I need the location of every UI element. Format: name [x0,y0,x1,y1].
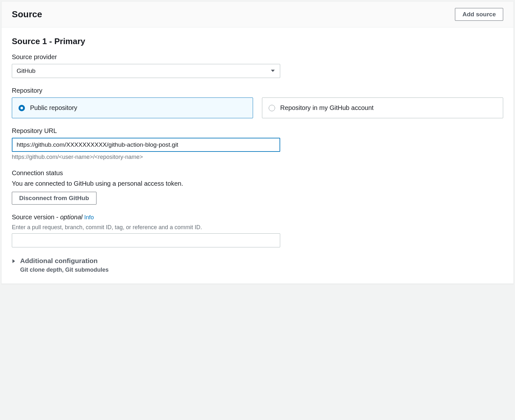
add-source-button[interactable]: Add source [455,8,503,21]
source-version-label: Source version - optional Info [12,214,503,221]
repository-url-group: Repository URL https://github.com/<user-… [12,127,503,160]
repository-group: Repository Public repository Repository … [12,87,503,118]
radio-unselected-icon [269,105,275,111]
source-version-input[interactable] [12,233,280,247]
source-provider-label: Source provider [12,53,503,61]
radio-selected-icon [19,105,25,111]
additional-configuration-text: Additional configuration Git clone depth… [20,257,109,273]
radio-public-repository[interactable]: Public repository [12,97,253,118]
panel-body: Source 1 - Primary Source provider GitHu… [2,27,513,284]
source-provider-group: Source provider GitHub [12,53,503,78]
source-version-group: Source version - optional Info Enter a p… [12,214,503,247]
radio-account-repository[interactable]: Repository in my GitHub account [262,97,503,118]
info-link[interactable]: Info [84,214,94,221]
panel-header: Source Add source [2,2,513,27]
source-panel: Source Add source Source 1 - Primary Sou… [1,1,514,284]
source-provider-select[interactable]: GitHub [12,64,280,78]
panel-title: Source [12,9,42,19]
additional-configuration-toggle[interactable]: Additional configuration Git clone depth… [12,257,503,273]
source-provider-select-wrapper: GitHub [12,64,280,78]
repository-url-input[interactable] [12,138,280,152]
additional-configuration-title: Additional configuration [20,257,109,265]
source-version-label-main: Source version - [12,214,60,221]
repository-radio-row: Public repository Repository in my GitHu… [12,97,503,118]
connection-status-text: You are connected to GitHub using a pers… [12,180,503,187]
radio-account-label: Repository in my GitHub account [280,104,373,112]
repository-url-hint: https://github.com/<user-name>/<reposito… [12,154,503,160]
connection-status-label: Connection status [12,169,503,177]
source-version-hint: Enter a pull request, branch, commit ID,… [12,224,503,231]
repository-label: Repository [12,87,503,94]
radio-public-label: Public repository [30,104,77,112]
repository-url-label: Repository URL [12,127,503,135]
disconnect-github-button[interactable]: Disconnect from GitHub [12,192,96,205]
additional-configuration-subtitle: Git clone depth, Git submodules [20,267,109,273]
caret-right-icon [12,259,16,265]
section-title: Source 1 - Primary [12,36,503,46]
connection-status-group: Connection status You are connected to G… [12,169,503,205]
source-version-optional: optional [60,214,82,221]
